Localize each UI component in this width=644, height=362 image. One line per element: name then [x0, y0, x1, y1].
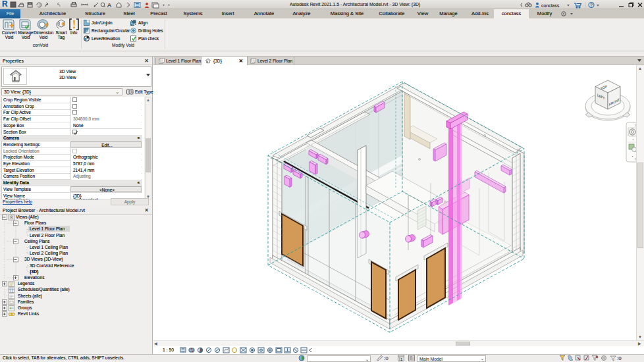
svg-text:?: ?	[590, 3, 593, 7]
svg-text::0: :0	[384, 355, 389, 361]
svg-text:A: A	[107, 2, 111, 9]
svg-text:conclass: conclass	[541, 3, 560, 8]
svg-text::0: :0	[617, 355, 622, 361]
